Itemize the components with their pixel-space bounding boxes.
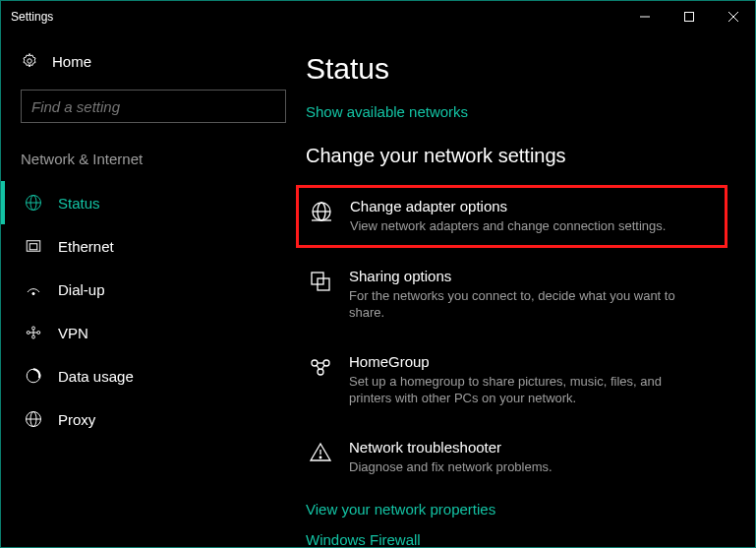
option-desc: Diagnose and fix network problems. xyxy=(349,458,552,476)
window-title: Settings xyxy=(11,10,622,24)
option-desc: View network adapters and change connect… xyxy=(350,217,666,235)
svg-line-6 xyxy=(269,108,272,111)
windows-firewall-link[interactable]: Windows Firewall xyxy=(306,531,726,548)
nav-item-label: Ethernet xyxy=(58,238,114,255)
maximize-button[interactable] xyxy=(667,1,711,32)
svg-point-36 xyxy=(320,457,321,458)
category-label: Network & Internet xyxy=(21,151,286,167)
svg-point-14 xyxy=(37,332,40,335)
option-title: Sharing options xyxy=(349,268,683,284)
svg-point-31 xyxy=(318,369,323,375)
search-icon xyxy=(261,99,275,114)
svg-point-5 xyxy=(262,100,271,109)
nav-item-proxy[interactable]: Proxy xyxy=(1,397,306,441)
search-input[interactable] xyxy=(31,98,261,115)
vpn-icon xyxy=(25,324,42,341)
titlebar: Settings xyxy=(1,1,755,32)
svg-line-33 xyxy=(321,365,324,370)
nav-item-vpn[interactable]: VPN xyxy=(1,311,306,354)
nav-item-dialup[interactable]: Dial-up xyxy=(1,268,306,311)
option-title: HomeGroup xyxy=(349,353,683,370)
adapter-icon xyxy=(309,198,334,235)
ethernet-icon xyxy=(25,237,42,255)
option-desc: Set up a homegroup to share pictures, mu… xyxy=(349,373,683,407)
window-controls xyxy=(622,1,755,32)
warning-icon xyxy=(308,439,333,476)
page-title: Status xyxy=(306,52,726,86)
option-sharing[interactable]: Sharing options For the networks you con… xyxy=(306,264,726,328)
option-desc: For the networks you connect to, decide … xyxy=(349,287,683,322)
nav-item-label: VPN xyxy=(58,325,88,341)
option-title: Network troubleshooter xyxy=(349,439,552,456)
globe-icon xyxy=(25,194,42,212)
nav-item-label: Proxy xyxy=(58,411,95,428)
nav-item-datausage[interactable]: Data usage xyxy=(1,354,306,397)
option-change-adapter[interactable]: Change adapter options View network adap… xyxy=(296,185,727,248)
homegroup-icon xyxy=(308,353,333,407)
main-panel: Status Show available networks Change yo… xyxy=(306,32,755,547)
nav-list: Status Ethernet Dial-up VPN Data usage P… xyxy=(1,181,306,441)
svg-point-16 xyxy=(32,335,35,338)
home-button[interactable]: Home xyxy=(21,52,286,70)
nav-item-ethernet[interactable]: Ethernet xyxy=(1,224,306,268)
section-heading: Change your network settings xyxy=(306,145,726,167)
svg-point-4 xyxy=(28,59,32,64)
show-networks-link[interactable]: Show available networks xyxy=(306,103,726,120)
svg-rect-11 xyxy=(29,244,37,250)
content: Home Network & Internet Status Ethernet … xyxy=(1,32,755,547)
close-button[interactable] xyxy=(711,1,755,32)
dialup-icon xyxy=(25,280,42,298)
close-icon xyxy=(728,12,738,22)
sidebar: Home Network & Internet Status Ethernet … xyxy=(1,32,306,547)
nav-item-label: Dial-up xyxy=(58,281,105,298)
options-list: Change adapter options View network adap… xyxy=(306,191,726,481)
nav-item-status[interactable]: Status xyxy=(1,181,306,224)
minimize-icon xyxy=(640,12,650,22)
network-properties-link[interactable]: View your network properties xyxy=(306,501,726,518)
svg-rect-1 xyxy=(684,13,693,22)
svg-line-32 xyxy=(317,365,320,370)
sharing-icon xyxy=(308,268,333,322)
maximize-icon xyxy=(684,12,694,22)
svg-point-15 xyxy=(32,327,35,330)
globe-icon xyxy=(25,410,42,428)
option-homegroup[interactable]: HomeGroup Set up a homegroup to share pi… xyxy=(306,349,726,413)
svg-point-12 xyxy=(32,292,34,294)
nav-item-label: Data usage xyxy=(58,368,134,385)
option-troubleshooter[interactable]: Network troubleshooter Diagnose and fix … xyxy=(306,435,726,482)
nav-item-label: Status xyxy=(58,195,100,212)
search-box[interactable] xyxy=(21,90,286,123)
home-label: Home xyxy=(52,53,91,70)
svg-point-13 xyxy=(27,332,29,335)
data-usage-icon xyxy=(25,367,42,385)
option-title: Change adapter options xyxy=(350,198,666,214)
minimize-button[interactable] xyxy=(622,1,667,32)
gear-icon xyxy=(21,52,38,70)
